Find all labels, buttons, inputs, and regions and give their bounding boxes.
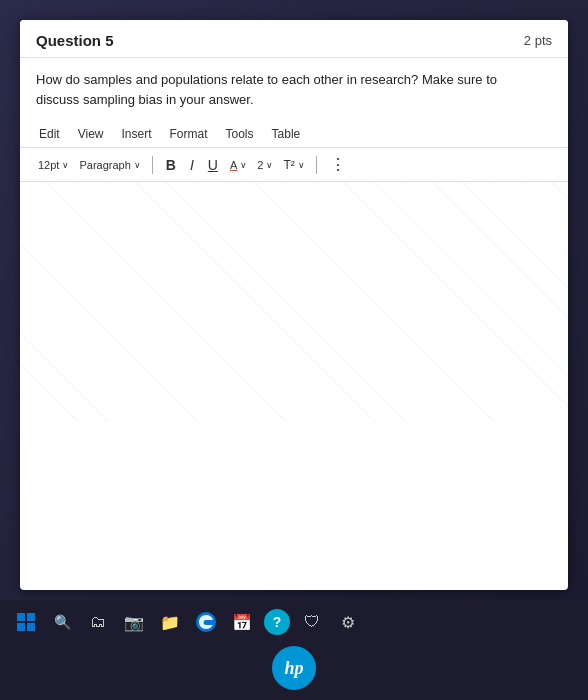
hp-logo-area: hp: [272, 646, 316, 690]
font-color-chevron: ∨: [240, 160, 247, 170]
question-body-line1: How do samples and populations relate to…: [36, 72, 497, 87]
menu-table[interactable]: Table: [269, 125, 304, 143]
more-options-button[interactable]: ⋮: [326, 153, 350, 176]
toolbar-divider: [152, 156, 153, 174]
hp-logo: hp: [272, 646, 316, 690]
highlight-label: 2: [257, 159, 263, 171]
highlight-select[interactable]: 2 ∨: [255, 158, 275, 172]
calendar-button[interactable]: 📅: [228, 608, 256, 636]
camera-icon: 📷: [124, 613, 144, 632]
bold-button[interactable]: B: [162, 155, 180, 175]
paragraph-chevron: ∨: [134, 160, 141, 170]
browser-button[interactable]: [192, 608, 220, 636]
paragraph-label: Paragraph: [79, 159, 130, 171]
question-body-line2: discuss sampling bias in your answer.: [36, 92, 254, 107]
question-header: Question 5 2 pts: [20, 20, 568, 58]
font-size-select[interactable]: 12pt ∨: [36, 158, 71, 172]
editor-toolbar: 12pt ∨ Paragraph ∨ B I U A ∨ 2 ∨ T² ∨ ⋮: [20, 148, 568, 182]
menu-format[interactable]: Format: [167, 125, 211, 143]
superscript-chevron: ∨: [298, 160, 305, 170]
font-size-chevron: ∨: [62, 160, 69, 170]
settings-button[interactable]: ⚙: [334, 608, 362, 636]
search-taskbar-button[interactable]: 🔍: [48, 608, 76, 636]
folder-button[interactable]: 📁: [156, 608, 184, 636]
editor-watermark: [20, 182, 568, 422]
windows-start-button[interactable]: [12, 608, 40, 636]
superscript-select[interactable]: T² ∨: [281, 157, 306, 173]
windows-logo-icon: [17, 613, 35, 631]
taskbar: 🔍 🗂 📷 📁 📅 ? 🛡: [0, 600, 588, 700]
toolbar-divider-2: [316, 156, 317, 174]
menu-view[interactable]: View: [75, 125, 107, 143]
font-size-label: 12pt: [38, 159, 59, 171]
edge-icon: [195, 611, 217, 633]
menu-edit[interactable]: Edit: [36, 125, 63, 143]
search-icon: 🔍: [54, 614, 71, 630]
taskbar-icon-row: 🔍 🗂 📷 📁 📅 ? 🛡: [0, 600, 588, 644]
superscript-label: T²: [283, 158, 294, 172]
font-color-label: A: [230, 159, 237, 171]
paragraph-select[interactable]: Paragraph ∨: [77, 158, 142, 172]
help-icon: ?: [273, 614, 282, 630]
document-container: Question 5 2 pts How do samples and popu…: [20, 20, 568, 590]
menu-tools[interactable]: Tools: [223, 125, 257, 143]
editor-menubar: Edit View Insert Format Tools Table: [20, 121, 568, 148]
menu-insert[interactable]: Insert: [118, 125, 154, 143]
question-body: How do samples and populations relate to…: [20, 58, 568, 121]
file-explorer-icon: 🗂: [90, 613, 106, 631]
font-color-select[interactable]: A ∨: [228, 158, 249, 172]
camera-button[interactable]: 📷: [120, 608, 148, 636]
question-points: 2 pts: [524, 33, 552, 48]
file-explorer-button[interactable]: 🗂: [84, 608, 112, 636]
folder-icon: 📁: [160, 613, 180, 632]
underline-button[interactable]: U: [204, 155, 222, 175]
help-button[interactable]: ?: [264, 609, 290, 635]
shield-icon: 🛡: [304, 613, 320, 631]
question-title: Question 5: [36, 32, 114, 49]
italic-button[interactable]: I: [186, 155, 198, 175]
gear-icon: ⚙: [341, 613, 355, 632]
highlight-chevron: ∨: [266, 160, 273, 170]
editor-writing-area[interactable]: [20, 182, 568, 422]
security-button[interactable]: 🛡: [298, 608, 326, 636]
calendar-icon: 📅: [232, 613, 252, 632]
